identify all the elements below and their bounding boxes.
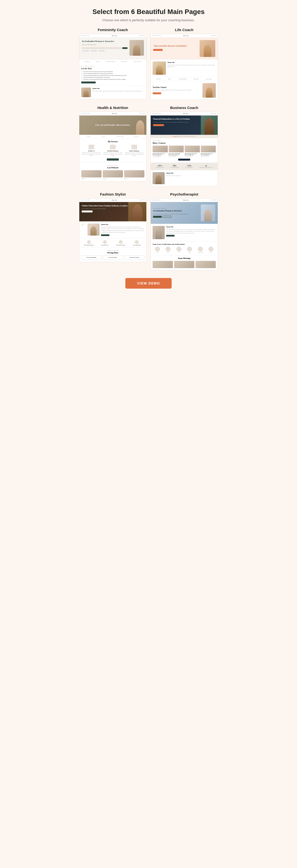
page-header: Select from 6 Beautiful Main Pages Choos… <box>79 8 218 22</box>
bc-stat-2: 790+ 5 STAR REVIEWS <box>170 165 179 168</box>
hn-service-2: Nutrition Programs Individual sessions f… <box>103 145 123 157</box>
card-label-business: Business Coach <box>170 105 198 110</box>
hn-nav-link <box>84 113 86 114</box>
hn-pod-img-1 <box>81 170 101 178</box>
lc-yt-btn[interactable] <box>153 92 161 94</box>
bc-stats: +65% PRODUCTIVITY 790+ 5 STAR REVIEWS +5… <box>151 162 218 170</box>
fs-about: ABOUT ME About Me In my work I helped hu… <box>79 221 146 238</box>
hn-nav-link <box>87 113 90 114</box>
fs-nav: May Tyla <box>79 198 146 202</box>
hn-service-grid: Sessions 1:1 Individual sessions for you… <box>81 145 144 157</box>
pt-logo: May Tyla <box>183 199 188 201</box>
lc-nav-link <box>214 35 216 36</box>
hn-cta-btn[interactable] <box>107 158 119 161</box>
page-title: Select from 6 Beautiful Main Pages <box>79 8 218 16</box>
fc-cta-button[interactable] <box>81 82 96 84</box>
fs-pricing-2: Personal Stylists <box>103 255 123 260</box>
bc-nav-link <box>152 113 155 114</box>
pt-zoom: Zoom Meetings <box>151 255 218 270</box>
pt-cta-btn[interactable] <box>166 235 174 237</box>
hn-pod-text-2: Episode 2 <box>103 178 123 179</box>
bc-nav-links <box>152 113 161 114</box>
lc-about-title: About Me <box>167 61 216 63</box>
fc-nav-link <box>81 35 83 36</box>
fs-nav-link <box>84 199 86 200</box>
bc-enroll-btn[interactable] <box>178 159 190 161</box>
pt-nav-link <box>152 199 155 200</box>
bc-course-title-4: Market & Run Your Own Successful Busines… <box>201 153 216 156</box>
bc-logo: May Tyla <box>183 113 188 114</box>
bc-stat-num-2: 790+ <box>170 165 179 167</box>
hn-hero: Live, act and breathe with awareness. <box>79 116 146 135</box>
lc-logo-elle: ELLE <box>168 79 171 80</box>
fc-check-3: Mentoring <box>99 50 105 52</box>
lc-yt-sub: Subscribe to my channel and don't miss m… <box>153 89 201 91</box>
bc-about-text: About Me About Me section content here <box>166 172 181 184</box>
pt-hero-image <box>201 205 215 221</box>
view-demo-button[interactable]: VIEW DEMO <box>125 278 171 289</box>
fc-check-1: 1:1 coaching <box>82 50 90 52</box>
fs-icon-label-2: Personal Stories <box>97 245 112 246</box>
fs-about-title: About Me <box>101 223 144 225</box>
bc-course-meta-4: 5 exams • All levels <box>201 156 216 157</box>
fc-search <box>82 47 128 49</box>
card-psychotherapist: Psychotherapist May Tyla <box>151 192 218 270</box>
fc-hero-text: An Embodied Woman is Attractive You are … <box>82 40 128 52</box>
pt-about-image <box>153 226 165 239</box>
hn-pod-1: Episode 1 <box>81 170 101 179</box>
fs-nav-link <box>87 199 90 200</box>
lc-logos: VOGUE ELLE VANITY FAIR BAZAAR marie clai… <box>151 77 218 81</box>
hn-service-1: Sessions 1:1 Individual sessions for you… <box>81 145 101 157</box>
lc-cta-btn[interactable] <box>153 49 163 51</box>
bc-hero-content: Financial Independence is a Key to Freed… <box>153 118 215 126</box>
lc-nav-link <box>155 35 158 36</box>
bc-about-image <box>153 172 165 184</box>
bc-course-meta-1: 5 exams • Beginner <box>153 156 168 157</box>
bc-course-1: Market & Run Your Own Successful Busines… <box>153 146 168 157</box>
bc-course-meta-3: 5 exams • 43 min <box>185 156 200 157</box>
lc-nav-link <box>152 35 155 36</box>
pt-zoom-title: Zoom Meetings <box>153 257 216 259</box>
pt-cert-2: ELLE <box>163 247 173 253</box>
lc-logo-vf: VANITY FAIR <box>179 79 186 80</box>
fc-search-btn[interactable] <box>122 47 128 49</box>
bc-hero-btn[interactable] <box>153 124 164 126</box>
hn-pod-img-2 <box>103 170 123 178</box>
pt-zoom-grid <box>153 261 216 268</box>
fs-icon-1: 301 Fashion Students <box>81 240 96 246</box>
fc-about: About Me Hi my name is Mary and I am a p… <box>79 85 146 99</box>
bc-stat-label-3: ENGAGEMENT <box>186 167 193 168</box>
pt-nav: May Tyla <box>151 198 218 202</box>
lc-nav-link <box>211 35 213 36</box>
fc-check-2: Community <box>90 50 98 52</box>
fs-hero-title: Online Education from Fashion Industry L… <box>82 205 144 207</box>
pt-cert-label-2: ELLE <box>163 252 173 253</box>
pt-view-demo-btn[interactable] <box>163 216 171 218</box>
hn-hero-person-image <box>136 120 144 135</box>
fc-hero: An Embodied Woman is Attractive You are … <box>79 38 146 59</box>
bc-course-2: How to Succeed through Personal Experien… <box>169 146 184 157</box>
fs-cta-btn[interactable] <box>101 235 109 236</box>
lc-hero-image <box>200 40 215 57</box>
fs-hero-btn[interactable] <box>82 211 93 212</box>
lc-logo-vogue: VOGUE <box>157 79 161 80</box>
bc-courses-title: Mary's Courses <box>153 142 216 144</box>
fc-logo-vf: VANITY FAIR <box>106 61 115 62</box>
lc-section: About Me I help women see clear to feel … <box>151 59 218 77</box>
bc-course-3: Market & Run Your Own Successful Busines… <box>185 146 200 157</box>
hn-service-3: Fitness Programs Individual sessions for… <box>124 145 144 157</box>
pt-zoom-img-1 <box>153 261 173 268</box>
bc-course-img-3 <box>185 146 200 152</box>
pt-get-started-btn[interactable] <box>153 216 162 218</box>
fs-pricing-name-3: Wardrobe Analysis <box>126 257 143 258</box>
fs-nav-links <box>81 199 90 200</box>
fc-check-item-3: You have big dreams but lack all-around … <box>81 75 144 76</box>
fs-pricing-1: Personal Shopping <box>81 255 101 260</box>
bc-about-body: About Me section content here <box>166 175 181 177</box>
fs-icon-circle-4 <box>135 240 139 244</box>
fc-logo: May Tyla <box>111 35 117 36</box>
fc-section-title: Is it for You? <box>81 67 144 70</box>
fc-search-box <box>82 47 122 49</box>
fs-nav-link <box>81 199 83 200</box>
bc-stat-num-1: +65% <box>156 165 164 167</box>
